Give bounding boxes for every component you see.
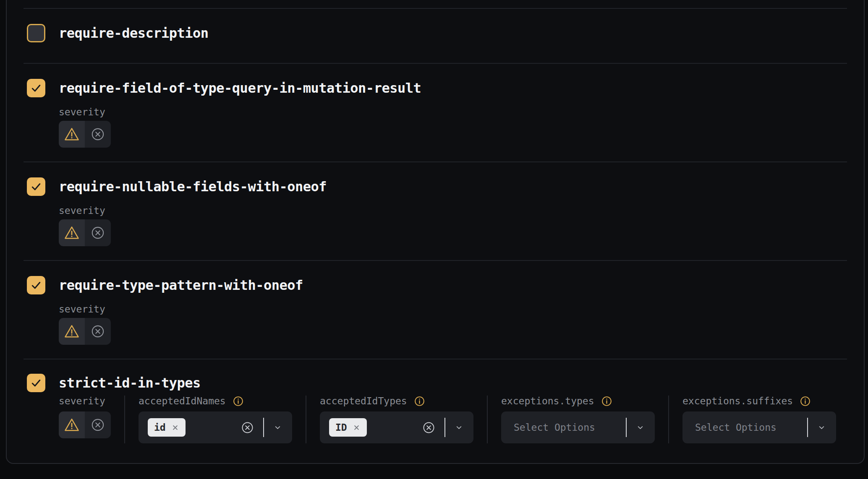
tag-text: ID — [335, 423, 347, 432]
field-label: exceptions.types — [501, 396, 594, 406]
rule-header: require-type-pattern-with-oneof — [27, 276, 847, 294]
chevron-down-icon[interactable] — [455, 423, 463, 432]
rule-name: require-type-pattern-with-oneof — [59, 279, 303, 292]
severity-toggle — [59, 121, 111, 148]
chevron-down-icon[interactable] — [636, 423, 645, 432]
remove-tag-icon[interactable] — [171, 424, 179, 432]
circle-x-icon — [91, 324, 105, 338]
panel-top-gap — [24, 0, 847, 8]
info-icon[interactable] — [601, 396, 612, 407]
info-icon[interactable] — [800, 396, 811, 407]
field-label: acceptedIdNames — [139, 396, 226, 406]
column-divider — [306, 396, 306, 443]
selected-tag: ID — [329, 418, 367, 437]
circle-x-icon — [91, 127, 105, 141]
select-divider — [444, 418, 445, 437]
acceptedIdNames-multiselect[interactable]: id — [139, 411, 292, 443]
circle-x-icon — [91, 226, 105, 240]
acceptedIdTypes-column: acceptedIdTypes ID — [320, 396, 473, 443]
severity-off-button[interactable] — [85, 411, 111, 438]
rule-name: require-nullable-fields-with-oneof — [59, 180, 327, 193]
exceptions-suffixes-select[interactable]: Select Options — [682, 411, 836, 443]
severity-label: severity — [59, 396, 105, 406]
exceptions-suffixes-column: exceptions.suffixes Select Options — [682, 396, 836, 443]
option-label-row: exceptions.suffixes — [682, 396, 836, 406]
rule-header: strict-id-in-types — [27, 374, 847, 392]
tag-text: id — [154, 423, 166, 432]
severity-block: severity — [59, 107, 847, 148]
rule-name: require-field-of-type-query-in-mutation-… — [59, 81, 421, 95]
remove-tag-icon[interactable] — [353, 424, 361, 432]
exceptions-types-select[interactable]: Select Options — [501, 411, 655, 443]
column-divider — [487, 396, 488, 443]
severity-label: severity — [59, 304, 847, 315]
option-label-row: severity — [59, 396, 111, 406]
rules-config-panel: require-description require-field-of-typ… — [6, 0, 865, 464]
severity-warn-button[interactable] — [59, 121, 85, 148]
rule-checkbox-checked[interactable] — [27, 276, 45, 294]
select-divider — [263, 418, 264, 437]
info-icon[interactable] — [233, 396, 244, 407]
severity-off-button[interactable] — [85, 219, 111, 246]
acceptedIdTypes-multiselect[interactable]: ID — [320, 411, 473, 443]
select-placeholder: Select Options — [510, 423, 595, 432]
selected-tag: id — [148, 418, 186, 437]
select-divider — [626, 418, 627, 437]
rule-row-require-field-of-type-query-in-mutation-result: require-field-of-type-query-in-mutation-… — [24, 63, 847, 161]
select-divider — [807, 418, 808, 437]
select-placeholder: Select Options — [692, 423, 776, 432]
option-label-row: acceptedIdTypes — [320, 396, 473, 406]
warning-icon — [64, 417, 80, 433]
rule-checkbox-unchecked[interactable] — [27, 24, 45, 42]
rule-checkbox-checked[interactable] — [27, 374, 45, 392]
rule-checkbox-checked[interactable] — [27, 177, 45, 196]
rule-name: require-description — [59, 26, 209, 40]
option-label-row: exceptions.types — [501, 396, 655, 406]
acceptedIdNames-column: acceptedIdNames id — [139, 396, 292, 443]
warning-icon — [64, 323, 80, 339]
column-divider — [668, 396, 669, 443]
severity-toggle — [59, 411, 111, 438]
exceptions-types-column: exceptions.types Select Options — [501, 396, 655, 443]
rule-header: require-nullable-fields-with-oneof — [27, 177, 847, 196]
check-icon — [30, 377, 42, 389]
rule-row-require-description: require-description — [24, 8, 847, 63]
severity-warn-button[interactable] — [59, 318, 85, 345]
severity-column: severity — [59, 396, 111, 443]
warning-icon — [64, 225, 80, 241]
chevron-down-icon[interactable] — [817, 423, 826, 432]
clear-selection-icon[interactable] — [241, 421, 254, 434]
severity-toggle — [59, 318, 111, 345]
severity-off-button[interactable] — [85, 318, 111, 345]
rule-name: strict-id-in-types — [59, 376, 201, 390]
check-icon — [30, 82, 42, 94]
info-icon[interactable] — [414, 396, 425, 407]
severity-label: severity — [59, 205, 847, 216]
rule-row-require-type-pattern-with-oneof: require-type-pattern-with-oneof severity — [24, 260, 847, 359]
warning-icon — [64, 126, 80, 142]
rule-header: require-description — [27, 24, 847, 42]
severity-label: severity — [59, 107, 847, 117]
clear-selection-icon[interactable] — [422, 421, 435, 434]
severity-warn-button[interactable] — [59, 219, 85, 246]
severity-block: severity — [59, 205, 847, 246]
rule-row-require-nullable-fields-with-oneof: require-nullable-fields-with-oneof sever… — [24, 161, 847, 260]
column-divider — [124, 396, 125, 443]
severity-off-button[interactable] — [85, 121, 111, 148]
rule-header: require-field-of-type-query-in-mutation-… — [27, 79, 847, 97]
severity-warn-button[interactable] — [59, 411, 85, 438]
option-label-row: acceptedIdNames — [139, 396, 292, 406]
severity-toggle — [59, 219, 111, 246]
rule-row-strict-id-in-types: strict-id-in-types severity — [24, 359, 847, 463]
rule-checkbox-checked[interactable] — [27, 79, 45, 97]
rule-options-row: severity acceptedIdNames — [59, 396, 847, 443]
circle-x-icon — [91, 418, 105, 432]
field-label: acceptedIdTypes — [320, 396, 407, 406]
severity-block: severity — [59, 304, 847, 345]
field-label: exceptions.suffixes — [682, 396, 793, 406]
check-icon — [30, 180, 42, 193]
chevron-down-icon[interactable] — [273, 423, 282, 432]
check-icon — [30, 279, 42, 292]
